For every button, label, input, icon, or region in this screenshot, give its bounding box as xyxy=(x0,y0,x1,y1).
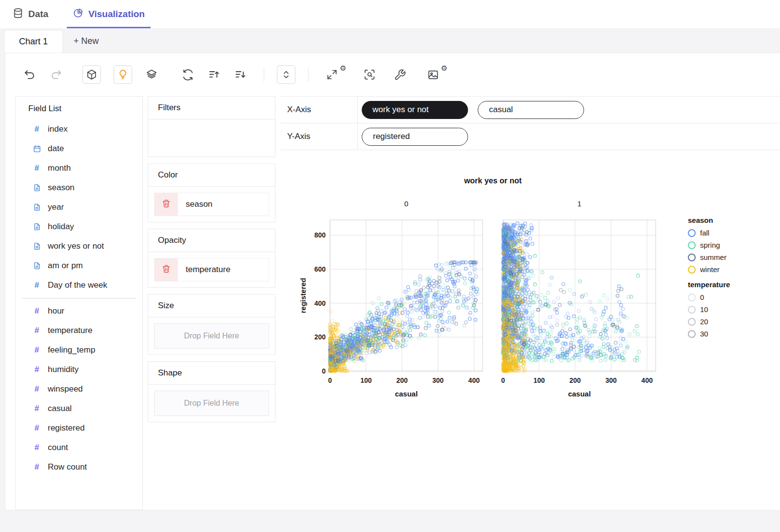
chart-title: work yes or not xyxy=(464,177,522,185)
svg-text:0: 0 xyxy=(501,376,505,384)
svg-text:casual: casual xyxy=(568,390,591,398)
field-item-winspeed[interactable]: #winspeed xyxy=(16,379,142,399)
opacity-field-chip[interactable]: temperature xyxy=(154,258,269,281)
remove-color-field-button[interactable] xyxy=(155,193,178,216)
field-item-humidity[interactable]: #humidity xyxy=(16,360,142,379)
pie-chart-icon xyxy=(73,8,83,21)
svg-text:400: 400 xyxy=(468,376,480,384)
redo-button[interactable] xyxy=(49,68,63,81)
pill-work-yes-or-not[interactable]: work yes or not xyxy=(362,101,468,119)
hash-icon: # xyxy=(32,463,41,472)
field-item-season[interactable]: season xyxy=(16,178,142,197)
insight-button[interactable] xyxy=(114,65,132,84)
unfold-vertical-icon xyxy=(280,69,292,80)
aggregation-toggle-button[interactable] xyxy=(82,65,101,84)
refresh-button[interactable] xyxy=(181,68,195,81)
lightbulb-icon xyxy=(117,69,129,80)
chart-tab-1[interactable]: Chart 1 xyxy=(4,30,63,53)
wrench-icon xyxy=(394,69,406,81)
hash-icon: # xyxy=(32,125,41,134)
svg-text:summer: summer xyxy=(700,253,726,261)
toolbar-separator xyxy=(308,67,309,82)
toolbar: ⚙ ⚙ xyxy=(5,53,780,96)
svg-text:100: 100 xyxy=(533,376,545,384)
field-item-holiday[interactable]: holiday xyxy=(16,217,142,236)
sort-ascending-icon xyxy=(208,68,220,81)
field-list-measures: #hour#temperature#feeling_temp#humidity#… xyxy=(16,301,142,477)
svg-text:30: 30 xyxy=(700,330,708,338)
explore-data-button[interactable] xyxy=(363,68,376,81)
field-label: Day of the week xyxy=(48,280,107,290)
resize-chart-button[interactable]: ⚙ xyxy=(325,68,346,81)
pill-registered[interactable]: registered xyxy=(362,128,468,146)
field-item-work-yes-or-not[interactable]: work yes or not xyxy=(16,236,142,256)
app-header: Data Visualization xyxy=(0,0,780,28)
main-panel: ⚙ ⚙ xyxy=(5,53,780,511)
filters-header: Filters xyxy=(148,97,275,119)
svg-text:casual: casual xyxy=(395,390,418,398)
field-item-temperature[interactable]: #temperature xyxy=(16,321,142,340)
tab-visualization-label: Visualization xyxy=(88,9,145,20)
hash-icon: # xyxy=(32,404,41,414)
undo-button[interactable] xyxy=(23,68,37,81)
remove-opacity-field-button[interactable] xyxy=(155,258,178,281)
hash-icon: # xyxy=(32,326,41,335)
field-item-month[interactable]: #month xyxy=(16,158,142,178)
gear-icon: ⚙ xyxy=(340,64,346,73)
cube-icon xyxy=(86,69,98,80)
sort-descending-button[interactable] xyxy=(234,68,247,81)
text-icon xyxy=(32,261,41,271)
svg-text:spring: spring xyxy=(700,241,720,249)
filters-dropzone[interactable] xyxy=(148,119,275,157)
shape-dropzone[interactable]: Drop Field Here xyxy=(154,391,269,416)
field-item-am-or-pm[interactable]: am or pm xyxy=(16,256,142,276)
svg-text:fall: fall xyxy=(700,229,709,237)
sort-descending-icon xyxy=(234,68,247,81)
toolbar-separator xyxy=(264,67,264,82)
sort-ascending-button[interactable] xyxy=(207,68,221,81)
database-icon xyxy=(13,8,23,21)
export-image-button[interactable]: ⚙ xyxy=(426,68,447,81)
tab-data[interactable]: Data xyxy=(7,0,54,28)
svg-text:300: 300 xyxy=(605,376,617,384)
field-item-year[interactable]: year xyxy=(16,197,142,217)
field-label: winspeed xyxy=(48,384,83,394)
x-axis-pills[interactable]: work yes or notcasual xyxy=(357,97,780,123)
hash-icon: # xyxy=(32,281,41,290)
hash-icon: # xyxy=(32,164,41,173)
hash-icon: # xyxy=(32,424,41,433)
field-item-row-count[interactable]: #Row count xyxy=(16,457,142,477)
field-label: temperature xyxy=(48,326,93,335)
resize-mode-button[interactable] xyxy=(277,65,295,84)
tools-button[interactable] xyxy=(393,68,407,81)
field-list-dimensions: #indexdate#monthseasonyearholidaywork ye… xyxy=(16,119,142,295)
size-dropzone[interactable]: Drop Field Here xyxy=(154,323,269,349)
field-item-registered[interactable]: #registered xyxy=(16,418,142,438)
pill-casual[interactable]: casual xyxy=(478,101,584,119)
new-chart-button[interactable]: + New xyxy=(63,30,110,53)
encodings-panel: Filters Color season xyxy=(148,96,275,510)
field-item-hour[interactable]: #hour xyxy=(16,301,142,321)
field-label: feeling_temp xyxy=(48,345,95,355)
svg-text:200: 200 xyxy=(314,333,326,341)
field-item-casual[interactable]: #casual xyxy=(16,399,142,418)
image-icon xyxy=(426,68,440,81)
field-label: registered xyxy=(48,423,85,433)
svg-text:0: 0 xyxy=(700,293,704,301)
tab-data-label: Data xyxy=(28,9,48,20)
y-axis-pills[interactable]: registered xyxy=(357,123,780,150)
color-header: Color xyxy=(148,164,275,187)
field-item-date[interactable]: date xyxy=(16,139,142,158)
field-item-day-of-the-week[interactable]: #Day of the week xyxy=(16,276,142,295)
color-field-chip[interactable]: season xyxy=(154,193,269,216)
field-item-count[interactable]: #count xyxy=(16,438,142,457)
field-item-feeling_temp[interactable]: #feeling_temp xyxy=(16,340,142,360)
field-label: year xyxy=(48,202,64,212)
layers-button[interactable] xyxy=(145,68,158,81)
facet-label: 0 xyxy=(404,199,408,208)
svg-text:400: 400 xyxy=(314,299,326,307)
field-label: humidity xyxy=(48,365,78,374)
field-item-index[interactable]: #index xyxy=(16,119,142,139)
tab-visualization[interactable]: Visualization xyxy=(67,0,151,28)
svg-text:600: 600 xyxy=(314,265,326,273)
